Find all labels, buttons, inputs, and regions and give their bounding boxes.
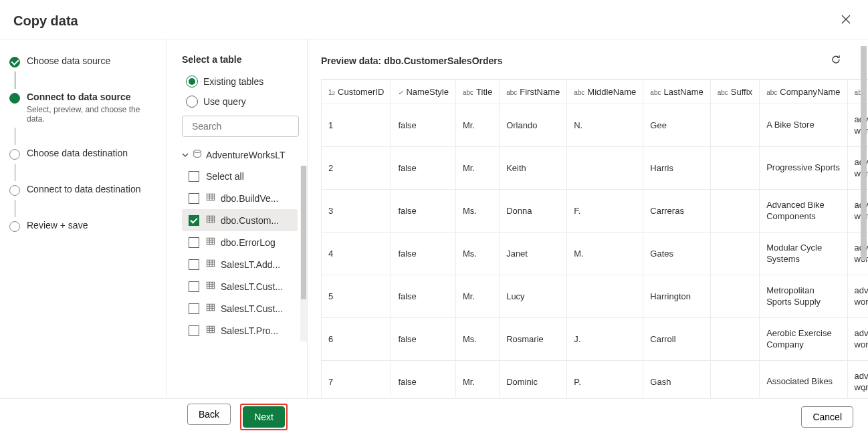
preview-panel: Preview data: dbo.CustomerSalesOrders 12… [308,39,868,398]
preview-title: Preview data: dbo.CustomerSalesOrders [321,55,503,66]
checkbox[interactable] [189,193,199,204]
table-cell: Dominic [500,361,567,398]
table-cell [710,361,759,398]
table-cell [710,147,759,190]
table-label: dbo.BuildVe... [221,193,278,204]
back-button[interactable]: Back [187,404,231,425]
step-choose-destination[interactable]: Choose data destination [9,148,156,164]
table-cell [710,104,759,147]
table-icon [206,214,215,226]
scrollbar-thumb[interactable] [861,46,867,260]
radio-existing-tables[interactable]: Existing tables [186,76,307,88]
dialog-title: Copy data [13,13,78,29]
tree-table-item[interactable]: SalesLT.Cust... [182,297,298,319]
checkbox[interactable] [189,215,199,226]
tree-table-item[interactable]: dbo.BuildVe... [182,187,298,209]
table-cell: false [391,318,456,361]
chevron-down-icon [182,150,189,160]
table-label: SalesLT.Pro... [221,325,278,336]
checkbox[interactable] [189,281,199,292]
column-header[interactable]: 12CustomerID [322,80,391,104]
checkbox[interactable] [189,303,199,314]
table-cell [567,275,643,318]
next-button[interactable]: Next [243,406,285,428]
table-cell: 6 [322,318,391,361]
selector-heading: Select a table [182,54,307,65]
table-cell: Keith [500,147,567,190]
tree-scrollbar[interactable] [300,166,307,341]
cancel-button[interactable]: Cancel [801,406,853,428]
table-label: SalesLT.Cust... [221,303,283,314]
table-cell: Metropolitan Sports Supply [760,275,847,318]
table-cell: Gash [643,361,710,398]
step-review-save[interactable]: Review + save [9,220,156,236]
table-cell: M. [567,233,643,275]
tree-table-item[interactable]: dbo.Custom... [182,209,298,231]
table-row: 1falseMr.OrlandoN.GeeA Bike Storeadventu… [322,104,869,147]
column-header[interactable]: abcSuffix [710,80,759,104]
tree-table-item[interactable]: SalesLT.Add... [182,253,298,275]
table-cell: Associated Bikes [760,361,847,398]
step-connect-source[interactable]: Connect to data source Select, preview, … [9,92,156,128]
table-cell: Ms. [455,233,499,275]
checkbox[interactable] [189,259,199,270]
tree-database-node[interactable]: AdventureWorksLT [182,146,307,163]
step-choose-source[interactable]: Choose data source [9,55,156,71]
table-row: 5falseMr.LucyHarringtonMetropolitan Spor… [322,275,869,318]
table-label: SalesLT.Cust... [221,281,283,292]
table-cell: Orlando [500,104,567,147]
svg-rect-18 [207,260,214,267]
table-cell: 4 [322,233,391,275]
table-row: 4falseMs.JanetM.GatesModular Cycle Syste… [322,233,869,275]
close-icon[interactable] [837,12,855,29]
dialog-footer: Back Next Cancel [0,398,868,435]
table-row: 2falseMr.KeithHarrisProgressive Sportsad… [322,147,869,190]
column-header[interactable]: abcTitle [455,80,499,104]
table-cell: Advanced Bike Components [760,190,847,233]
table-cell: Modular Cycle Systems [760,233,847,275]
tree-table-item[interactable]: SalesLT.Cust... [182,275,298,297]
refresh-icon[interactable] [831,54,841,67]
table-cell: false [391,275,456,318]
checkbox[interactable] [189,325,199,336]
table-cell: J. [567,318,643,361]
table-cell: 1 [322,104,391,147]
step-connect-destination[interactable]: Connect to data destination [9,184,156,200]
table-cell: false [391,361,456,398]
column-header[interactable]: abcCompanyName [760,80,847,104]
step-dot-icon [9,185,20,196]
table-cell: 7 [322,361,391,398]
database-icon [193,149,202,160]
table-row: 6falseMs.RosmarieJ.CarrollAerobic Exerci… [322,318,869,361]
table-cell: N. [567,104,643,147]
table-cell: Lucy [500,275,567,318]
checkbox[interactable] [189,237,199,248]
svg-rect-33 [207,326,214,333]
tree-table-item[interactable]: SalesLT.Pro... [182,319,298,341]
tree-select-all[interactable]: Select all [182,166,298,187]
column-header[interactable]: abcMiddleName [567,80,643,104]
table-cell: Harrington [643,275,710,318]
table-cell: Mr. [455,275,499,318]
table-cell: false [391,233,456,275]
checkbox[interactable] [189,171,199,182]
scrollbar-thumb[interactable] [301,166,306,299]
preview-table: 12CustomerID✓NameStyleabcTitleabcFirstNa… [321,80,868,398]
table-cell: 5 [322,275,391,318]
column-header[interactable]: ✓NameStyle [391,80,456,104]
table-icon [206,325,215,336]
search-input[interactable] [182,116,299,137]
table-label: dbo.ErrorLog [221,237,276,248]
scroll-down-icon[interactable] [860,386,868,394]
column-header[interactable]: abcLastName [643,80,710,104]
tree-table-item[interactable]: dbo.ErrorLog [182,231,298,253]
table-cell: Gates [643,233,710,275]
table-cell: Carreras [643,190,710,233]
preview-scrollbar[interactable] [860,46,868,391]
svg-rect-28 [207,304,214,311]
table-cell [710,275,759,318]
table-cell [567,147,643,190]
column-header[interactable]: abcFirstName [500,80,567,104]
radio-use-query[interactable]: Use query [186,96,307,108]
table-cell: A Bike Store [760,104,847,147]
